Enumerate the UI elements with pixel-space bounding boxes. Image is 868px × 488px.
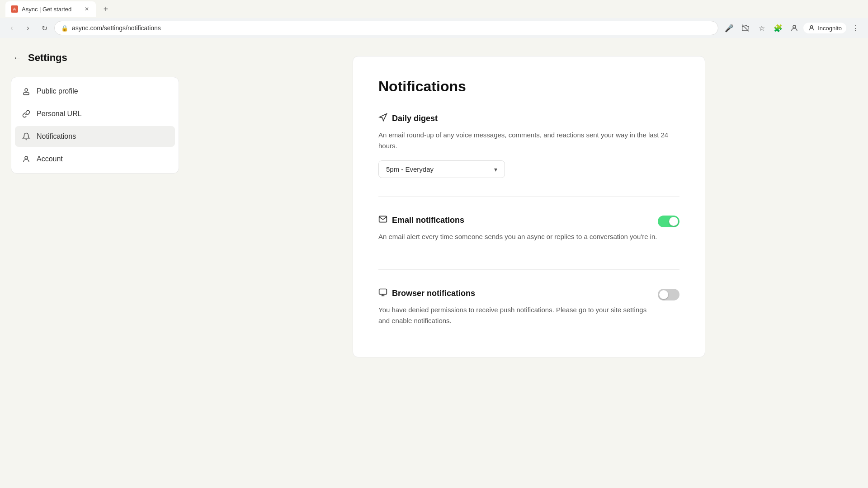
dropdown-arrow-icon: ▾: [494, 166, 497, 173]
menu-icon[interactable]: ⋮: [848, 21, 863, 35]
page-title: Notifications: [378, 78, 679, 95]
incognito-button[interactable]: Incognito: [803, 23, 846, 33]
address-bar[interactable]: 🔒 async.com/settings/notifications: [54, 21, 718, 35]
browser-notifications-content: Browser notifications You have denied pe…: [378, 288, 658, 335]
browser-titlebar: A Async | Get started ✕ +: [0, 0, 868, 18]
browser-toggle-track[interactable]: [658, 289, 679, 300]
browser-notifications-header: Browser notifications: [378, 288, 658, 299]
settings-nav: Public profile Personal URL: [11, 77, 179, 174]
incognito-label: Incognito: [818, 25, 842, 32]
browser-notifications-section: Browser notifications You have denied pe…: [378, 288, 679, 335]
sidebar-item-public-profile[interactable]: Public profile: [15, 81, 175, 102]
daily-digest-icon: [378, 113, 387, 124]
tab-title: Async | Get started: [22, 6, 71, 13]
svg-marker-6: [380, 114, 387, 121]
email-notifications-row: Email notifications An email alert every…: [378, 215, 679, 251]
address-text: async.com/settings/notifications: [72, 24, 161, 32]
sidebar-item-personal-url[interactable]: Personal URL: [15, 103, 175, 124]
daily-digest-title: Daily digest: [392, 114, 438, 123]
account-icon: [21, 154, 31, 164]
browser-toolbar: ‹ › ↻ 🔒 async.com/settings/notifications…: [0, 18, 868, 38]
toolbar-actions: 🎤 ☆ 🧩 Incognito: [722, 21, 863, 35]
svg-point-3: [25, 89, 28, 91]
microphone-icon[interactable]: 🎤: [722, 21, 736, 35]
profile-icon[interactable]: [787, 21, 802, 35]
daily-digest-header: Daily digest: [378, 113, 679, 124]
browser-notifications-toggle[interactable]: [658, 289, 679, 300]
svg-point-1: [793, 25, 796, 28]
personal-url-icon: [21, 109, 31, 119]
content-panel: Notifications Daily digest An email roun…: [353, 56, 705, 357]
email-notifications-header: Email notifications: [378, 215, 658, 226]
svg-rect-7: [379, 289, 387, 295]
bookmark-icon[interactable]: ☆: [755, 21, 769, 35]
svg-rect-4: [24, 93, 29, 95]
email-notifications-description: An email alert every time someone sends …: [378, 231, 658, 242]
email-toggle-track[interactable]: [658, 216, 679, 227]
sidebar: ← Settings Public profile: [0, 38, 190, 488]
daily-digest-dropdown[interactable]: 5pm - Everyday ▾: [378, 160, 505, 178]
daily-digest-section: Daily digest An email round-up of any vo…: [378, 113, 679, 197]
email-icon: [378, 215, 387, 226]
public-profile-icon: [21, 86, 31, 96]
browser-toggle-thumb: [659, 290, 668, 299]
daily-digest-description: An email round-up of any voice messages,…: [378, 130, 679, 151]
svg-point-2: [811, 26, 813, 28]
tab-close-button[interactable]: ✕: [83, 5, 90, 13]
sidebar-item-label: Personal URL: [37, 110, 82, 118]
email-notifications-toggle[interactable]: [658, 216, 679, 227]
email-toggle-thumb: [669, 217, 678, 226]
sidebar-title: Settings: [28, 52, 67, 64]
svg-point-5: [25, 156, 28, 159]
main-content: Notifications Daily digest An email roun…: [190, 38, 868, 488]
browser-notifications-description: You have denied permissions to receive p…: [378, 305, 658, 326]
email-notifications-title: Email notifications: [392, 216, 464, 225]
reload-button[interactable]: ↻: [38, 22, 51, 34]
sidebar-item-account[interactable]: Account: [15, 149, 175, 169]
page-content: ← Settings Public profile: [0, 38, 868, 488]
browser-notifications-title: Browser notifications: [392, 289, 475, 298]
notifications-icon: [21, 131, 31, 141]
back-nav-button[interactable]: ‹: [5, 22, 18, 34]
email-notifications-section: Email notifications An email alert every…: [378, 215, 679, 270]
tab-favicon: A: [11, 5, 18, 13]
browser-notifications-row: Browser notifications You have denied pe…: [378, 288, 679, 335]
lock-icon: 🔒: [61, 25, 68, 32]
sidebar-item-notifications[interactable]: Notifications: [15, 126, 175, 147]
extensions-icon[interactable]: 🧩: [771, 21, 785, 35]
browser-chrome: A Async | Get started ✕ + ‹ › ↻ 🔒 async.…: [0, 0, 868, 38]
sidebar-back-button[interactable]: ←: [11, 52, 24, 64]
email-notifications-content: Email notifications An email alert every…: [378, 215, 658, 251]
sidebar-header: ← Settings: [11, 52, 179, 64]
sidebar-item-label: Account: [37, 155, 63, 163]
sidebar-item-label: Public profile: [37, 87, 78, 95]
forward-nav-button[interactable]: ›: [22, 22, 34, 34]
svg-line-0: [742, 25, 749, 32]
sidebar-item-label: Notifications: [37, 132, 76, 141]
camera-off-icon[interactable]: [738, 21, 753, 35]
dropdown-value: 5pm - Everyday: [386, 165, 434, 173]
browser-tab[interactable]: A Async | Get started ✕: [5, 1, 96, 17]
new-tab-button[interactable]: +: [99, 3, 112, 15]
monitor-icon: [378, 288, 387, 299]
